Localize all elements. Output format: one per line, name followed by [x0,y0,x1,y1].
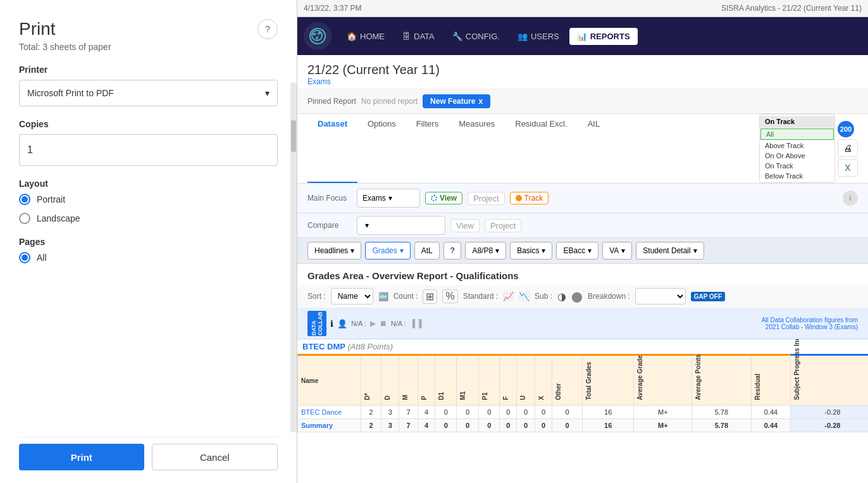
track-button[interactable]: Track [510,192,549,204]
cancel-button[interactable]: Cancel [152,444,278,470]
config-icon: 🔧 [452,32,462,41]
browser-timestamp: 4/13/22, 3:37 PM [304,4,361,13]
tab-atl[interactable]: AtL [578,114,611,183]
print-title: Print [19,19,111,39]
pages-all-option[interactable]: All [19,252,278,263]
col-d-star: D* [361,355,381,406]
on-track-on-track[interactable]: On Track [760,161,834,171]
grades-button[interactable]: Grades ▾ [365,242,410,260]
new-feature-button[interactable]: New Feature x [423,94,490,108]
headlines-label: Headlines [314,246,348,255]
table-container: BTEC DMP (Att8 Points) Name D* D M P D1 … [297,339,868,483]
close-icon[interactable]: x [478,97,483,106]
printer-select[interactable]: Microsoft Print to PDF ▾ [19,80,278,106]
print-actions: Print Cancel [19,437,278,470]
landscape-option[interactable]: Landscape [19,213,278,224]
browser-content: 4/13/22, 3:37 PM SISRA Analytics - 21/22… [297,0,868,483]
question-label: ? [450,246,455,255]
collab-bar-icon1[interactable]: ▐ [410,319,416,328]
atl-button[interactable]: AtL [414,242,440,260]
headlines-button[interactable]: Headlines ▾ [307,242,361,260]
nav-home[interactable]: 🏠 HOME [339,28,392,45]
compare-select[interactable]: ▾ [357,216,445,235]
landscape-label: Landscape [37,213,80,223]
chart-line-icon[interactable]: 📈 [503,291,514,301]
pages-section-label: Pages [19,237,278,247]
basics-label: Basics [517,246,539,255]
cell-avg-grade-1: M+ [634,406,692,419]
basics-button[interactable]: Basics ▾ [510,242,552,260]
view-button[interactable]: View [425,192,462,204]
tab-residual[interactable]: Residual Excl. [505,114,577,183]
cell-spi-1: -0.28 [791,406,868,419]
col-x: X [535,355,552,406]
focus-chevron-icon: ▾ [388,194,392,203]
on-track-on-or-above[interactable]: On Or Above [760,151,834,161]
tab-measures[interactable]: Measures [449,114,505,183]
student-detail-chevron-icon: ▾ [693,246,697,255]
sort-label: Sort : [307,292,326,301]
ab-p8-chevron-icon: ▾ [495,246,499,255]
pages-all-radio[interactable] [19,252,30,263]
student-detail-button[interactable]: Student Detail ▾ [636,242,704,260]
on-track-above[interactable]: Above Track [760,141,834,151]
ebacc-button[interactable]: EBacc ▾ [556,242,598,260]
nav-config-label: CONFIG. [466,32,500,41]
col-f: F [500,355,517,406]
copies-input[interactable] [19,134,278,166]
chart-bar-icon[interactable]: 📉 [519,291,530,301]
pages-radio-group: All [19,252,278,263]
pie-chart-icon[interactable]: ◑ [557,291,566,303]
cell-avg-points-1: 5.78 [692,406,751,419]
landscape-radio[interactable] [19,213,30,224]
col-other: Other [552,355,583,406]
no-pinned-text: No pinned report [361,97,418,106]
excel-icon-btn[interactable]: X [838,159,858,177]
portrait-option[interactable]: Portrait [19,194,278,205]
on-track-all[interactable]: All [760,129,834,140]
sort-bar: Sort : Name 🔤 Count : ⊞ % Standard : 📈 📉… [297,285,868,308]
col-avg-grade: Average Grade [634,355,692,406]
collab-stop-icon[interactable]: ⏹ [380,319,387,328]
layout-section-label: Layout [19,179,278,189]
col-avg-points: Average Points [692,355,751,406]
collab-text: All Data Collaboration figures from 2021… [762,317,858,330]
pages-all-label: All [37,253,47,263]
ab-p8-label: A8/P8 [472,246,493,255]
collab-info-icon[interactable]: ℹ [330,319,333,329]
nav-config[interactable]: 🔧 CONFIG. [445,28,507,45]
focus-value: Exams [363,194,386,203]
cell-avg-grade-2: M+ [634,419,692,432]
sort-az-icon[interactable]: 🔤 [378,292,388,301]
print-button[interactable]: Print [19,444,144,470]
tab-options[interactable]: Options [357,114,406,183]
compare-project-label: Project [490,221,516,230]
on-track-below[interactable]: Below Track [760,171,834,181]
tab-filters[interactable]: Filters [406,114,449,183]
col-residual: Residual [751,355,791,406]
nav-users[interactable]: 👥 USERS [510,28,567,45]
ab-p8-button[interactable]: A8/P8 ▾ [465,242,506,260]
nav-data[interactable]: 🗄 DATA [395,28,442,45]
portrait-radio[interactable] [19,194,30,205]
circle-icon[interactable]: ⬤ [571,291,583,303]
collab-users-icon[interactable]: 👤 [337,319,347,329]
page-header: 21/22 (Current Year 11) Exams [297,55,868,89]
focus-select[interactable]: Exams ▾ [357,189,420,208]
table-icon[interactable]: ⊞ [423,289,437,304]
collab-play-icon[interactable]: ▶ [370,319,376,328]
nav-reports[interactable]: 📊 REPORTS [569,28,638,45]
sort-select[interactable]: Name [331,288,373,304]
va-button[interactable]: VA ▾ [602,242,632,260]
collab-bar-icon2[interactable]: ▌ [419,319,425,328]
app-content: 🏠 HOME 🗄 DATA 🔧 CONFIG. 👥 USERS 📊 REPORT… [297,17,868,483]
percent-icon[interactable]: % [442,289,457,303]
print-icon-btn[interactable]: 🖨 [838,139,858,157]
tab-dataset[interactable]: Dataset [307,114,357,183]
info-button[interactable]: i [843,191,858,206]
col-p1: P1 [479,355,500,406]
breakdown-select[interactable] [635,288,686,304]
data-icon: 🗄 [402,32,411,41]
help-button[interactable]: ? [257,19,278,39]
question-button[interactable]: ? [443,242,462,260]
